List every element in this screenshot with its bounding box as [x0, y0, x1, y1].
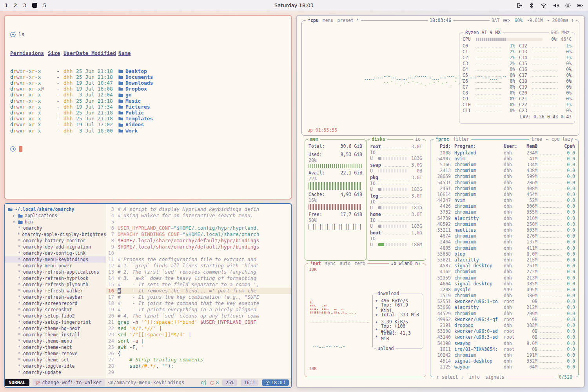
process-row[interactable]: 4514signal-desktopdhh332M0.0 [434, 358, 575, 364]
process-row[interactable]: 5166chromiumdhh334M0.0 [434, 162, 575, 167]
process-row[interactable]: 16614chromiumdhh454M0.0 [434, 191, 575, 197]
process-row[interactable]: 3208mysqld999495M0.0 [434, 287, 575, 292]
tab-proc[interactable]: *proc [436, 136, 449, 142]
process-row[interactable]: 49962kworker/u96:4-gfroot0B0.0 [434, 316, 575, 322]
tree-item-omarchy-dev-config-link[interactable]: *omarchy-dev-config-link [5, 250, 106, 256]
footer-select[interactable]: ↑ select ↓ [436, 374, 463, 380]
process-row[interactable]: 28659chromiumdhh599M0.0 [434, 174, 575, 180]
tree-item-omarchy-screenrecord[interactable]: *omarchy-screenrecord [5, 300, 106, 307]
workspace-1[interactable]: 1 [5, 2, 8, 8]
tab-sync[interactable]: sync [325, 261, 336, 266]
process-row[interactable]: 54907nvimdhh41M0.0 [434, 156, 575, 162]
tab-cpu[interactable]: *cpu [308, 18, 319, 23]
process-row[interactable]: 2008Hyprlanddhh234M0.0 [434, 150, 575, 156]
disks-io-tab[interactable]: io [413, 136, 423, 142]
process-row[interactable]: 4805chromiumdhh411M0.0 [434, 245, 575, 251]
process-row[interactable]: 10242chromiumdhh191M0.0 [434, 352, 575, 358]
process-row[interactable]: 3519chromiumdhh380M0.0 [434, 293, 575, 299]
tree-item-omarchy-refresh-plymouth[interactable]: *omarchy-refresh-plymouth [5, 281, 106, 288]
process-row[interactable]: 48592chromiumdhh250M0.0 [434, 221, 575, 227]
tab-zero[interactable]: zero [354, 261, 365, 266]
tab-net[interactable]: *net [310, 261, 321, 266]
workspace-4-active[interactable] [32, 3, 37, 8]
workspace-2[interactable]: 2 [14, 2, 17, 8]
header-program[interactable]: Program: [451, 143, 504, 149]
process-row[interactable]: 54198swaybgdhh8.0M0.0 [434, 340, 575, 346]
header-memb[interactable]: MemB [521, 143, 537, 149]
process-row[interactable]: 4664signal-desktopdhh385M0.0 [434, 281, 575, 287]
process-row[interactable]: 44529chromiumdhh209M0.0 [434, 310, 575, 316]
process-row[interactable]: 2191dropboxdhh383M0.0 [434, 322, 575, 328]
header-pid[interactable]: Pid: [434, 143, 451, 149]
tree-item-omarchy-setup-fido2[interactable]: *omarchy-setup-fido2 [5, 313, 106, 319]
process-row[interactable]: 2464chromiumdhh137M0.0 [434, 239, 575, 245]
process-row[interactable]: 53621alacrittydhh215M0.0 [434, 257, 575, 263]
tree-item-omarchy-theme-install[interactable]: *omarchy-theme-install [5, 332, 106, 338]
tab-auto[interactable]: auto [339, 261, 350, 266]
process-row[interactable]: 53668alacrittydhh212M0.0 [434, 305, 575, 310]
process-row[interactable]: 54531chromiumdhh206M0.0 [434, 180, 575, 185]
tree-item-omarchy-menu-power[interactable]: *omarchy-menu-power [5, 263, 106, 269]
process-row[interactable]: 3732chromiumdhh355M0.0 [434, 209, 575, 215]
process-row[interactable]: 4674chromiumdhh276M0.0 [434, 233, 575, 239]
process-row[interactable]: 4587signal-desktopdhh251M0.0 [434, 263, 575, 269]
workspace-3[interactable]: 3 [23, 2, 26, 8]
process-row[interactable]: 1611irq/81-PIXA3854:root0B0.0 [434, 346, 575, 352]
tree-item-omarchy-screenshot[interactable]: *omarchy-screenshot [5, 307, 106, 313]
header-user[interactable]: User: [504, 143, 521, 149]
code-buffer[interactable]: 3# A script to display Hyprland keybindi… [106, 204, 291, 378]
tab-menu[interactable]: menu [323, 18, 334, 23]
tree-item-omarchy-dev-add-migration[interactable]: *omarchy-dev-add-migration [5, 244, 106, 250]
process-row[interactable]: 53211nautilusdhh303M0.0 [434, 227, 575, 233]
footer-info[interactable]: info [469, 374, 480, 380]
tree-item-omarchy-theme-menu[interactable]: *omarchy-theme-menu [5, 338, 106, 344]
tree-item-omarchy-menu-keybindings[interactable]: *omarchy-menu-keybindings [5, 256, 106, 263]
refresh-interval[interactable]: ~ 2000ms + [547, 18, 574, 23]
tree-item-applications[interactable]: ▸applications [5, 212, 106, 219]
process-row[interactable]: 53208kworker/u96:0-sdroot0B0.0 [434, 328, 575, 334]
prompt-line-input[interactable] [10, 146, 286, 152]
process-row[interactable]: 4162chromiumdhh272M0.0 [434, 269, 575, 275]
tree-item-omarchy-apple-display-brightness[interactable]: *omarchy-apple-display-brightness [5, 231, 106, 238]
tab-cpulazy[interactable]: ← cpu lazy [546, 136, 573, 142]
tree-item-omarchy-theme-set[interactable]: *omarchy-theme-set [5, 357, 106, 363]
tree-item-omarchy-refresh-hyprlock[interactable]: *omarchy-refresh-hyprlock [5, 275, 106, 281]
tree-item-omarchy-battery-monitor[interactable]: *omarchy-battery-monitor [5, 238, 106, 244]
settings-icon[interactable] [565, 2, 571, 9]
tab-disks[interactable]: disks [372, 136, 385, 142]
process-row[interactable]: 54739alacrittydhh210M0.0 [434, 215, 575, 221]
tab-mem[interactable]: mem [310, 136, 318, 142]
tree-item-omarchy-theme-remove[interactable]: *omarchy-theme-remove [5, 350, 106, 357]
tree-item-omarchy[interactable]: *omarchy [5, 225, 106, 231]
tab-filter[interactable]: filter [453, 136, 470, 142]
process-row[interactable]: 53638btopdhh8.0M0.0 [434, 251, 575, 257]
prompt-line[interactable]: ls [10, 31, 286, 37]
tree-item-omarchy-update[interactable]: *omarchy-update [5, 369, 106, 376]
process-row[interactable]: 2125waybardhh64M0.0 [434, 364, 575, 370]
header-cpu[interactable]: Cpu% [562, 143, 575, 149]
tab-tree[interactable]: tree [531, 136, 542, 142]
tree-item-omarchy-refresh-waybar[interactable]: *omarchy-refresh-waybar [5, 294, 106, 300]
process-row[interactable]: 4426chromiumdhh306M0.0 [434, 203, 575, 209]
process-row[interactable]: 2461chromiumdhh408M0.0 [434, 185, 575, 191]
wifi-icon[interactable] [541, 2, 547, 9]
process-row[interactable]: 52359chromiumdhh213M0.0 [434, 275, 575, 281]
tree-item-omarchy-theme-bg-next[interactable]: *omarchy-theme-bg-next [5, 325, 106, 332]
process-row[interactable]: 44247nvimdhh52M0.0 [434, 198, 575, 203]
tab-preset[interactable]: preset * [337, 18, 359, 23]
logout-icon[interactable] [516, 2, 523, 9]
volume-icon[interactable] [553, 2, 559, 9]
tree-item-omarchy-theme-next[interactable]: *omarchy-theme-next [5, 344, 106, 350]
tree-item-omarchy-refresh-applications[interactable]: *omarchy-refresh-applications [5, 269, 106, 275]
tree-item-omarchy-refresh-walker[interactable]: *omarchy-refresh-walker [5, 288, 106, 294]
bluetooth-icon[interactable] [528, 2, 535, 9]
tree-item-omarchy-setup-fingerprint[interactable]: *omarchy-setup-fingerprint [5, 319, 106, 325]
process-row[interactable]: 52551kworker/u96:1-coroot0B0.0 [434, 299, 575, 305]
footer-signals[interactable]: signals [485, 374, 504, 380]
tree-item----local-share-omarchy[interactable]: ~/.local/share/omarchy [5, 206, 106, 212]
tree-item-bin[interactable]: ▾bin [5, 219, 106, 225]
workspace-5[interactable]: 5 [43, 2, 46, 8]
battery-icon[interactable] [577, 2, 583, 9]
tree-item-omarchy-toggle-idle[interactable]: *omarchy-toggle-idle [5, 363, 106, 369]
process-row[interactable]: 2413chromiumdhh438M0.0 [434, 168, 575, 174]
